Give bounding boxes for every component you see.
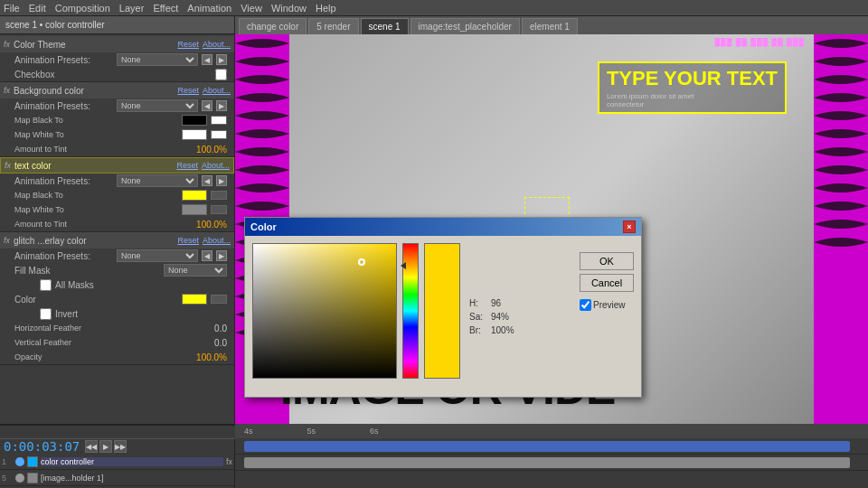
effect-header-glitch[interactable]: fx glitch ...erlay color Reset About... xyxy=(0,232,234,249)
dialog-close-button[interactable]: × xyxy=(623,221,636,233)
tab-element1[interactable]: element 1 xyxy=(522,18,578,34)
row-color-glitch: Color xyxy=(0,292,234,306)
layer-num-1: 1 xyxy=(2,457,13,466)
btn-prev-frame[interactable]: ◀◀ xyxy=(85,440,98,453)
arrow-glitch-l[interactable]: ◀ xyxy=(202,250,212,261)
timeline-ruler: 4s 5s 6s xyxy=(235,424,868,438)
about-color-theme[interactable]: About... xyxy=(203,40,231,49)
checkbox-0[interactable] xyxy=(215,69,227,80)
label-presets-bg: Animation Presets: xyxy=(14,101,113,111)
about-glitch[interactable]: About... xyxy=(203,236,231,245)
preview-checkbox[interactable] xyxy=(580,299,591,311)
h-label: H: xyxy=(469,298,487,308)
menu-view[interactable]: View xyxy=(241,3,262,14)
timeline-panel: 4s 5s 6s 0:00:03:07 ◀◀ ▶ ▶▶ 1 color cont… xyxy=(0,424,868,488)
swatch-white-bg-2[interactable] xyxy=(211,130,227,139)
dropdown-presets-glitch[interactable]: None xyxy=(117,249,198,262)
dropdown-presets-text[interactable]: None xyxy=(117,174,198,187)
layer-vis-1[interactable] xyxy=(15,457,24,466)
layer-row-2: 5 [image...holder 1] xyxy=(0,470,234,486)
label-v-feather: Vertical Feather xyxy=(14,338,211,347)
ruler-mark-5s: 5s xyxy=(307,427,316,436)
menu-layer[interactable]: Layer xyxy=(119,3,145,14)
reset-text[interactable]: Reset xyxy=(176,161,198,170)
tab-5-render[interactable]: 5 render xyxy=(308,18,358,34)
swatch-black-bg-2[interactable] xyxy=(211,116,227,125)
row-presets-glitch: Animation Presets: None ◀ ▶ xyxy=(0,249,234,263)
swatch-black-text-2[interactable] xyxy=(211,191,227,200)
about-text[interactable]: About... xyxy=(202,161,230,170)
dropdown-presets-bg[interactable]: None xyxy=(117,99,198,112)
effect-name-color-theme: Color Theme xyxy=(14,40,174,50)
label-presets-glitch: Animation Presets: xyxy=(14,251,113,261)
dropdown-presets-0[interactable]: None xyxy=(117,53,198,66)
label-checkbox-0: Checkbox xyxy=(14,70,212,80)
arrow-glitch-r[interactable]: ▶ xyxy=(216,250,227,261)
row-v-feather: Vertical Feather 0.0 xyxy=(0,335,234,350)
checkbox-invert[interactable] xyxy=(40,308,52,320)
timecode-row: 0:00:03:07 ◀◀ ▶ ▶▶ xyxy=(0,439,234,454)
effect-header-color-theme[interactable]: fx Color Theme Reset About... xyxy=(0,36,234,52)
effect-section-bg-color: fx Background color Reset About... Anima… xyxy=(0,82,234,157)
arrow-bg-l[interactable]: ◀ xyxy=(202,100,212,111)
dialog-buttons: OK Cancel Preview xyxy=(580,243,634,389)
swatch-glitch-1[interactable] xyxy=(182,294,207,305)
menu-composition[interactable]: Composition xyxy=(55,3,110,14)
layer-vis-2[interactable] xyxy=(15,474,24,483)
effect-section-glitch: fx glitch ...erlay color Reset About... … xyxy=(0,232,234,365)
label-opacity-glitch: Opacity xyxy=(14,352,193,361)
swatch-white-text-1[interactable] xyxy=(182,204,207,215)
hue-slider[interactable] xyxy=(402,243,419,379)
row-map-white-text: Map White To xyxy=(0,202,234,217)
opacity-glitch-value: 100.0% xyxy=(196,352,227,362)
menu-window[interactable]: Window xyxy=(271,3,307,14)
swatch-glitch-2[interactable] xyxy=(211,295,227,304)
arrow-text-r[interactable]: ▶ xyxy=(216,175,227,186)
color-result-swatch xyxy=(424,243,460,379)
dialog-titlebar: Color × xyxy=(245,218,641,236)
effect-name-glitch: glitch ...erlay color xyxy=(14,236,174,246)
label-map-white-text: Map White To xyxy=(14,205,178,214)
reset-color-theme[interactable]: Reset xyxy=(177,40,199,49)
dialog-ok-button[interactable]: OK xyxy=(580,252,634,270)
reset-glitch[interactable]: Reset xyxy=(177,236,199,245)
layer-name-1[interactable]: color controller xyxy=(41,457,223,466)
tab-change-color[interactable]: change color xyxy=(239,18,307,34)
hue-indicator xyxy=(401,262,406,269)
row-map-black-text: Map Black To xyxy=(0,188,234,202)
arrow-left-0[interactable]: ◀ xyxy=(202,54,212,65)
about-bg[interactable]: About... xyxy=(203,86,231,95)
swatch-black-bg-1[interactable] xyxy=(182,115,207,126)
btn-next-frame[interactable]: ▶▶ xyxy=(114,440,127,453)
label-presets-text: Animation Presets: xyxy=(14,176,113,186)
menu-file[interactable]: File xyxy=(4,3,20,14)
effect-header-text-color[interactable]: fx text color Reset About... xyxy=(0,157,234,174)
effect-header-bg-color[interactable]: fx Background color Reset About... xyxy=(0,82,234,99)
hsb-h-row: H: 96 xyxy=(469,298,571,308)
arrow-right-0[interactable]: ▶ xyxy=(216,54,227,65)
wavy-right-svg xyxy=(814,34,868,396)
color-gradient-picker[interactable] xyxy=(252,243,397,379)
menu-edit[interactable]: Edit xyxy=(29,3,46,14)
hsb-b-row: Br: 100% xyxy=(469,325,571,335)
menu-help[interactable]: Help xyxy=(316,3,336,14)
menu-effect[interactable]: Effect xyxy=(153,3,178,14)
menu-animation[interactable]: Animation xyxy=(187,3,231,14)
arrow-text-l[interactable]: ◀ xyxy=(202,175,212,186)
swatch-white-bg-1[interactable] xyxy=(182,129,207,140)
layer-name-2[interactable]: [image...holder 1] xyxy=(41,474,232,483)
checkbox-all-masks[interactable] xyxy=(40,279,52,291)
btn-play[interactable]: ▶ xyxy=(99,440,112,453)
arrow-bg-r[interactable]: ▶ xyxy=(216,100,227,111)
tab-scene1[interactable]: scene 1 xyxy=(361,18,409,34)
tab-image-test[interactable]: image:test_placeholder xyxy=(410,18,520,34)
dialog-title-text: Color xyxy=(250,221,277,232)
amount-text-value: 100.0% xyxy=(196,220,227,230)
playback-controls: ◀◀ ▶ ▶▶ xyxy=(85,440,127,453)
swatch-black-text-1[interactable] xyxy=(182,190,207,201)
dropdown-fill-mask[interactable]: None xyxy=(164,264,227,277)
color-new-preview xyxy=(424,243,460,379)
swatch-white-text-2[interactable] xyxy=(211,205,227,214)
reset-bg[interactable]: Reset xyxy=(177,86,199,95)
dialog-cancel-button[interactable]: Cancel xyxy=(580,274,634,292)
